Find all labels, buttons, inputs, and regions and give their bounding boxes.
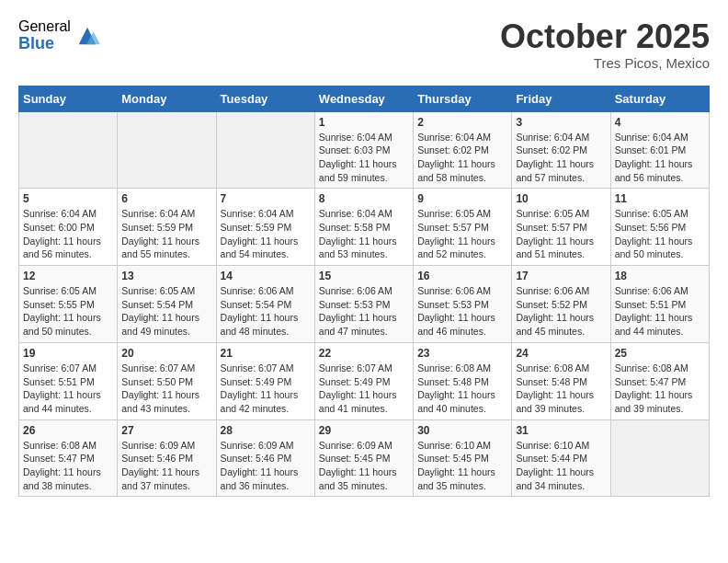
- title-block: October 2025 Tres Picos, Mexico: [500, 18, 710, 71]
- calendar-day-cell: [19, 111, 118, 189]
- calendar-day-cell: 28Sunrise: 6:09 AMSunset: 5:46 PMDayligh…: [216, 419, 314, 497]
- day-number: 18: [615, 270, 705, 282]
- day-number: 30: [417, 424, 507, 437]
- day-number: 7: [221, 192, 311, 205]
- calendar-day-cell: 10Sunrise: 6:05 AMSunset: 5:57 PMDayligh…: [512, 189, 610, 266]
- day-number: 20: [121, 347, 211, 360]
- day-info: Sunrise: 6:06 AMSunset: 5:54 PMDaylight:…: [221, 284, 311, 339]
- weekday-header: Sunday: [19, 86, 118, 111]
- calendar-day-cell: 2Sunrise: 6:04 AMSunset: 6:02 PMDaylight…: [414, 111, 512, 189]
- calendar-day-cell: 19Sunrise: 6:07 AMSunset: 5:51 PMDayligh…: [19, 342, 118, 419]
- calendar-day-cell: 30Sunrise: 6:10 AMSunset: 5:45 PMDayligh…: [414, 419, 512, 497]
- calendar-day-cell: 12Sunrise: 6:05 AMSunset: 5:55 PMDayligh…: [19, 266, 118, 343]
- day-info: Sunrise: 6:05 AMSunset: 5:55 PMDaylight:…: [23, 284, 113, 339]
- day-info: Sunrise: 6:05 AMSunset: 5:57 PMDaylight:…: [516, 207, 606, 261]
- weekday-header: Monday: [118, 86, 216, 111]
- calendar-header-row: SundayMondayTuesdayWednesdayThursdayFrid…: [19, 86, 710, 111]
- calendar-day-cell: 16Sunrise: 6:06 AMSunset: 5:53 PMDayligh…: [414, 266, 512, 343]
- calendar-day-cell: 8Sunrise: 6:04 AMSunset: 5:58 PMDaylight…: [314, 189, 413, 266]
- day-info: Sunrise: 6:04 AMSunset: 5:59 PMDaylight:…: [121, 207, 211, 261]
- day-info: Sunrise: 6:08 AMSunset: 5:47 PMDaylight:…: [23, 439, 113, 493]
- logo-icon: [74, 23, 100, 49]
- day-number: 25: [615, 347, 705, 360]
- day-info: Sunrise: 6:04 AMSunset: 6:02 PMDaylight:…: [417, 131, 507, 185]
- day-number: 14: [221, 270, 311, 282]
- weekday-header: Wednesday: [314, 86, 413, 111]
- day-info: Sunrise: 6:04 AMSunset: 5:59 PMDaylight:…: [221, 207, 311, 261]
- day-info: Sunrise: 6:06 AMSunset: 5:53 PMDaylight:…: [319, 284, 409, 339]
- day-number: 6: [121, 192, 211, 205]
- day-info: Sunrise: 6:09 AMSunset: 5:46 PMDaylight:…: [121, 439, 211, 493]
- logo-text: General Blue: [18, 18, 71, 52]
- calendar-week-row: 26Sunrise: 6:08 AMSunset: 5:47 PMDayligh…: [19, 419, 710, 497]
- calendar-week-row: 12Sunrise: 6:05 AMSunset: 5:55 PMDayligh…: [19, 266, 710, 343]
- logo-general: General: [18, 18, 71, 35]
- weekday-header: Thursday: [414, 86, 512, 111]
- day-info: Sunrise: 6:08 AMSunset: 5:47 PMDaylight:…: [615, 362, 705, 416]
- day-number: 21: [221, 347, 311, 360]
- day-number: 13: [121, 270, 211, 282]
- calendar-week-row: 19Sunrise: 6:07 AMSunset: 5:51 PMDayligh…: [19, 342, 710, 419]
- day-info: Sunrise: 6:10 AMSunset: 5:44 PMDaylight:…: [516, 439, 606, 493]
- day-info: Sunrise: 6:04 AMSunset: 5:58 PMDaylight:…: [319, 207, 409, 261]
- calendar-day-cell: 18Sunrise: 6:06 AMSunset: 5:51 PMDayligh…: [610, 266, 709, 343]
- page-header: General Blue October 2025 Tres Picos, Me…: [18, 18, 710, 71]
- day-number: 3: [516, 116, 606, 129]
- calendar-week-row: 5Sunrise: 6:04 AMSunset: 6:00 PMDaylight…: [19, 189, 710, 266]
- day-info: Sunrise: 6:06 AMSunset: 5:51 PMDaylight:…: [615, 284, 705, 339]
- weekday-header: Friday: [512, 86, 610, 111]
- day-info: Sunrise: 6:05 AMSunset: 5:56 PMDaylight:…: [615, 207, 705, 261]
- day-info: Sunrise: 6:06 AMSunset: 5:53 PMDaylight:…: [417, 284, 507, 339]
- calendar-day-cell: [216, 111, 314, 189]
- calendar-day-cell: 7Sunrise: 6:04 AMSunset: 5:59 PMDaylight…: [216, 189, 314, 266]
- day-number: 11: [615, 192, 705, 205]
- calendar-day-cell: 25Sunrise: 6:08 AMSunset: 5:47 PMDayligh…: [610, 342, 709, 419]
- location: Tres Picos, Mexico: [500, 55, 710, 71]
- calendar-day-cell: 20Sunrise: 6:07 AMSunset: 5:50 PMDayligh…: [118, 342, 216, 419]
- calendar-day-cell: 22Sunrise: 6:07 AMSunset: 5:49 PMDayligh…: [314, 342, 413, 419]
- day-number: 9: [417, 192, 507, 205]
- weekday-header: Saturday: [610, 86, 709, 111]
- day-info: Sunrise: 6:07 AMSunset: 5:51 PMDaylight:…: [23, 362, 113, 416]
- day-number: 16: [417, 270, 507, 282]
- day-number: 27: [121, 424, 211, 437]
- day-info: Sunrise: 6:08 AMSunset: 5:48 PMDaylight:…: [516, 362, 606, 416]
- day-info: Sunrise: 6:04 AMSunset: 6:03 PMDaylight:…: [319, 131, 409, 185]
- calendar-day-cell: 3Sunrise: 6:04 AMSunset: 6:02 PMDaylight…: [512, 111, 610, 189]
- day-info: Sunrise: 6:07 AMSunset: 5:50 PMDaylight:…: [121, 362, 211, 416]
- day-number: 12: [23, 270, 113, 282]
- day-number: 4: [615, 116, 705, 129]
- calendar-day-cell: 21Sunrise: 6:07 AMSunset: 5:49 PMDayligh…: [216, 342, 314, 419]
- day-number: 10: [516, 192, 606, 205]
- calendar-day-cell: 23Sunrise: 6:08 AMSunset: 5:48 PMDayligh…: [414, 342, 512, 419]
- day-number: 2: [417, 116, 507, 129]
- day-info: Sunrise: 6:10 AMSunset: 5:45 PMDaylight:…: [417, 439, 507, 493]
- calendar-day-cell: [118, 111, 216, 189]
- calendar-day-cell: 13Sunrise: 6:05 AMSunset: 5:54 PMDayligh…: [118, 266, 216, 343]
- calendar-day-cell: 15Sunrise: 6:06 AMSunset: 5:53 PMDayligh…: [314, 266, 413, 343]
- calendar-day-cell: 17Sunrise: 6:06 AMSunset: 5:52 PMDayligh…: [512, 266, 610, 343]
- day-info: Sunrise: 6:08 AMSunset: 5:48 PMDaylight:…: [417, 362, 507, 416]
- calendar-table: SundayMondayTuesdayWednesdayThursdayFrid…: [18, 86, 710, 498]
- day-info: Sunrise: 6:05 AMSunset: 5:54 PMDaylight:…: [121, 284, 211, 339]
- weekday-header: Tuesday: [216, 86, 314, 111]
- calendar-day-cell: [610, 419, 709, 497]
- calendar-day-cell: 6Sunrise: 6:04 AMSunset: 5:59 PMDaylight…: [118, 189, 216, 266]
- day-number: 8: [319, 192, 409, 205]
- logo-blue: Blue: [18, 35, 71, 53]
- day-info: Sunrise: 6:07 AMSunset: 5:49 PMDaylight:…: [319, 362, 409, 416]
- day-number: 29: [319, 424, 409, 437]
- calendar-day-cell: 4Sunrise: 6:04 AMSunset: 6:01 PMDaylight…: [610, 111, 709, 189]
- calendar-day-cell: 24Sunrise: 6:08 AMSunset: 5:48 PMDayligh…: [512, 342, 610, 419]
- calendar-day-cell: 27Sunrise: 6:09 AMSunset: 5:46 PMDayligh…: [118, 419, 216, 497]
- day-number: 1: [319, 116, 409, 129]
- calendar-day-cell: 14Sunrise: 6:06 AMSunset: 5:54 PMDayligh…: [216, 266, 314, 343]
- day-number: 22: [319, 347, 409, 360]
- day-number: 23: [417, 347, 507, 360]
- day-number: 28: [221, 424, 311, 437]
- day-info: Sunrise: 6:09 AMSunset: 5:45 PMDaylight:…: [319, 439, 409, 493]
- day-number: 26: [23, 424, 113, 437]
- day-info: Sunrise: 6:09 AMSunset: 5:46 PMDaylight:…: [221, 439, 311, 493]
- day-info: Sunrise: 6:04 AMSunset: 6:02 PMDaylight:…: [516, 131, 606, 185]
- day-number: 15: [319, 270, 409, 282]
